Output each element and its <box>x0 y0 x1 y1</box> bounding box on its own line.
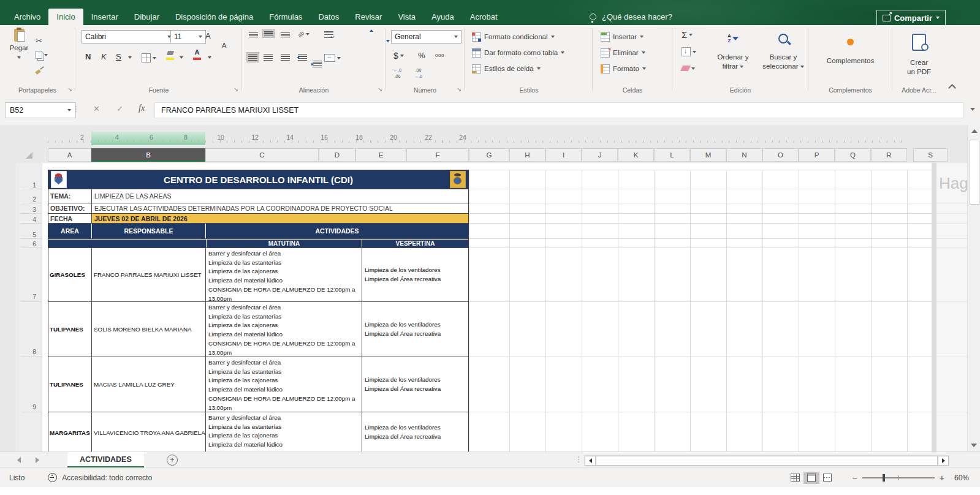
font-family-combo[interactable]: Calibri <box>82 30 175 43</box>
sort-filter-button[interactable]: AZ Ordenar y filtrar <box>708 34 758 71</box>
tab-inicio[interactable]: Inicio <box>48 9 83 25</box>
column-header-M[interactable]: M <box>690 148 726 162</box>
column-header-F[interactable]: F <box>406 148 469 162</box>
wrap-text-button[interactable] <box>324 31 333 38</box>
cell-vespertina[interactable]: Limpieza de los ventiladoresLimpieza del… <box>362 357 468 412</box>
row-header-8[interactable]: 8 <box>18 348 36 355</box>
dialog-launcher-icon[interactable]: ↘ <box>67 87 72 93</box>
cell-responsable[interactable]: FRANCO PARRALES MARIUXI LISSET <box>92 248 206 301</box>
format-painter-button[interactable] <box>36 67 44 74</box>
cell-styles-button[interactable]: Estilos de celda <box>472 62 541 75</box>
cell-area[interactable]: TULIPANES <box>48 357 92 412</box>
bold-button[interactable]: N <box>85 52 91 61</box>
autosum-button[interactable]: Σ <box>682 30 693 39</box>
fill-color-button[interactable] <box>166 51 174 60</box>
align-top-button[interactable] <box>249 32 258 37</box>
cell-vespertina[interactable]: Limpieza de los ventiladoresLimpieza del… <box>362 302 468 357</box>
cell-responsable[interactable]: MACIAS LAMILLA LUZ GREY <box>92 357 206 412</box>
column-header-L[interactable]: L <box>654 148 690 162</box>
italic-button[interactable]: K <box>101 52 107 61</box>
zoom-in-button[interactable]: + <box>940 473 944 483</box>
column-header-E[interactable]: E <box>355 148 406 162</box>
currency-button[interactable]: $ <box>393 51 404 61</box>
expand-formula-bar-icon[interactable] <box>970 108 975 111</box>
scroll-right-button[interactable] <box>938 456 949 466</box>
number-format-combo[interactable]: General <box>391 30 462 43</box>
clear-button[interactable] <box>682 66 695 71</box>
formula-input[interactable]: FRANCO PARRALES MARIUXI LISSET <box>154 102 964 118</box>
worksheet-table[interactable]: CENTRO DE DESARROLLO INFANTIL (CDI) TEMA… <box>48 170 469 452</box>
tab-archivo[interactable]: Archivo <box>6 9 48 25</box>
scroll-up-icon[interactable] <box>971 129 978 133</box>
table-row[interactable]: GIRASOLESFRANCO PARRALES MARIUXI LISSETB… <box>48 248 468 302</box>
chevron-down-icon[interactable] <box>208 56 211 59</box>
table-row[interactable]: TULIPANESMACIAS LAMILLA LUZ GREYBarrer y… <box>48 357 468 412</box>
row-header-2[interactable]: 2 <box>18 195 36 203</box>
column-header-R[interactable]: R <box>871 148 907 162</box>
row-header-3[interactable]: 3 <box>18 206 36 213</box>
cut-button[interactable]: ✂ <box>36 36 42 45</box>
cell-vespertina[interactable]: Limpieza de los ventiladoresLimpieza del… <box>362 412 468 452</box>
column-header-B[interactable]: B <box>91 148 205 162</box>
enter-icon[interactable]: ✓ <box>116 104 123 113</box>
cell-vespertina[interactable]: Limpieza de los ventiladoresLimpieza del… <box>362 248 468 301</box>
new-sheet-button[interactable]: + <box>167 455 178 466</box>
row-header-1[interactable]: 1 <box>18 181 36 189</box>
align-bottom-button[interactable] <box>281 32 290 37</box>
tab-f-rmulas[interactable]: Fórmulas <box>261 9 310 25</box>
zoom-slider[interactable] <box>862 477 935 478</box>
orientation-button[interactable]: ab <box>298 31 310 37</box>
tab-revisar[interactable]: Revisar <box>347 9 390 25</box>
sheet-next-icon[interactable] <box>36 457 39 463</box>
conditional-formatting-button[interactable]: Formato condicional <box>472 30 555 43</box>
horizontal-scrollbar[interactable] <box>584 455 949 466</box>
dialog-launcher-icon[interactable]: ↘ <box>378 87 382 93</box>
paste-button[interactable]: Pegar <box>6 29 32 62</box>
column-header-J[interactable]: J <box>582 148 618 162</box>
underline-button[interactable]: S <box>116 52 121 61</box>
column-header-I[interactable]: I <box>545 148 582 162</box>
dialog-launcher-icon[interactable]: ↘ <box>457 87 462 93</box>
tab-disposici-n-de-p-gina[interactable]: Disposición de página <box>167 9 261 25</box>
table-row[interactable]: TULIPANESSOLIS MORENO BIELKA MARIANABarr… <box>48 302 468 357</box>
collapse-ribbon-icon[interactable] <box>948 84 956 92</box>
cell-matutina[interactable]: Barrer y desinfectar el áreaLimpieza de … <box>206 412 362 452</box>
table-row[interactable]: MARGARITASVILLAVICENCIO TROYA ANA GABRIE… <box>48 412 468 452</box>
view-page-break-button[interactable] <box>819 472 835 484</box>
column-header-H[interactable]: H <box>509 148 545 162</box>
share-button[interactable]: Compartir <box>876 10 946 25</box>
scroll-left-button[interactable] <box>585 456 596 466</box>
zoom-out-button[interactable]: − <box>853 473 857 483</box>
cell-matutina[interactable]: Barrer y desinfectar el áreaLimpieza de … <box>206 357 362 412</box>
tab-datos[interactable]: Datos <box>310 9 347 25</box>
column-header-C[interactable]: C <box>205 148 319 162</box>
align-left-button[interactable] <box>246 52 259 62</box>
chevron-down-icon[interactable] <box>180 56 183 59</box>
column-header-S[interactable]: S <box>913 148 948 162</box>
cell-matutina[interactable]: Barrer y desinfectar el áreaLimpieza de … <box>206 248 362 301</box>
view-normal-button[interactable] <box>788 472 803 484</box>
zoom-thumb[interactable] <box>883 474 885 482</box>
column-header-N[interactable]: N <box>726 148 762 162</box>
tab-dibujar[interactable]: Dibujar <box>126 9 167 25</box>
borders-button[interactable] <box>142 53 156 62</box>
fx-icon[interactable]: fx <box>139 104 145 113</box>
cell-area[interactable]: GIRASOLES <box>48 248 92 301</box>
fill-button[interactable] <box>682 47 696 56</box>
cell-matutina[interactable]: Barrer y desinfectar el áreaLimpieza de … <box>206 302 362 357</box>
row-header-4[interactable]: 4 <box>18 216 36 223</box>
align-center-button[interactable] <box>264 54 273 61</box>
zoom-level[interactable]: 60% <box>954 474 969 482</box>
column-header-P[interactable]: P <box>799 148 835 162</box>
tab-ayuda[interactable]: Ayuda <box>424 9 462 25</box>
decrease-decimal-button[interactable]: .00→.0 <box>414 68 422 78</box>
cell-responsable[interactable]: SOLIS MORENO BIELKA MARIANA <box>92 302 206 357</box>
horizontal-scroll-thumb[interactable] <box>596 456 938 466</box>
view-page-layout-button[interactable] <box>803 472 819 484</box>
cell-area[interactable]: TULIPANES <box>48 302 92 357</box>
row-header-6[interactable]: 6 <box>18 240 36 248</box>
comma-style-button[interactable]: 000 <box>435 53 444 58</box>
percent-button[interactable]: % <box>418 51 425 60</box>
font-size-combo[interactable]: 11 <box>170 30 206 43</box>
row-header-9[interactable]: 9 <box>18 403 36 410</box>
